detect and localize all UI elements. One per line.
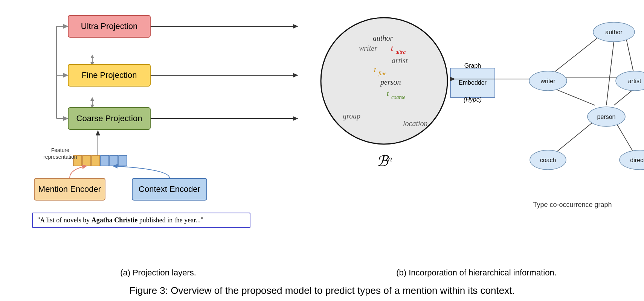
ultra-projection-label: Ultra Projection	[81, 21, 137, 31]
mention-encoder-box: Mention Encoder	[34, 178, 105, 201]
svg-line-35	[625, 34, 635, 77]
context-encoder-box: Context Encoder	[132, 178, 207, 201]
left-diagram-svg	[11, 8, 305, 241]
svg-rect-14	[82, 155, 91, 166]
graph-node-author: author	[593, 22, 635, 42]
svg-text:fine: fine	[378, 71, 386, 76]
mention-encoder-label: Mention Encoder	[38, 184, 101, 194]
graph-node-coach: coach	[530, 150, 566, 170]
svg-text:artist: artist	[628, 78, 641, 84]
graph-node-artist: artist	[616, 71, 644, 91]
main-container: Ultra Projection Fine Projection Coarse …	[0, 0, 644, 301]
svg-text:group: group	[343, 112, 360, 120]
bn-label: ℬn	[376, 152, 392, 170]
svg-line-40	[554, 120, 595, 154]
svg-line-38	[554, 88, 595, 105]
input-text: "A list of novels by Agatha Christie pub…	[32, 213, 250, 228]
caption-right: (b) Incorporation of hierarchical inform…	[305, 268, 633, 278]
svg-text:t: t	[374, 65, 376, 74]
left-panel: Ultra Projection Fine Projection Coarse …	[11, 8, 305, 265]
fine-projection-box: Fine Projection	[68, 64, 151, 87]
svg-text:author: author	[373, 34, 393, 42]
graph-node-person: person	[588, 107, 625, 126]
coarse-projection-label: Coarse Projection	[76, 114, 142, 123]
figure-caption: Figure 3: Overview of the proposed model…	[0, 278, 644, 301]
svg-line-36	[606, 41, 614, 105]
svg-line-41	[616, 122, 635, 154]
svg-text:t: t	[391, 44, 393, 52]
feature-label: Feature representation	[43, 147, 77, 160]
svg-marker-9	[90, 97, 94, 101]
context-encoder-label: Context Encoder	[139, 184, 200, 194]
captions-row: (a) Projection layers. (b) Incorporation…	[0, 268, 644, 278]
caption-left: (a) Projection layers.	[11, 268, 305, 278]
svg-text:artist: artist	[392, 56, 408, 65]
graph-label: Type co-occurrence graph	[478, 201, 644, 209]
fine-projection-label: Fine Projection	[82, 70, 137, 80]
hyperbolic-svg: author writer t ultra artist t fine pers…	[318, 15, 450, 150]
svg-line-39	[614, 88, 635, 105]
right-panel: author writer artist person	[478, 8, 644, 265]
type-graph-svg: author writer artist person	[478, 8, 644, 196]
svg-rect-15	[92, 155, 100, 166]
svg-text:director: director	[630, 157, 644, 163]
svg-text:t: t	[387, 89, 389, 97]
hyperbolic-space: author writer t ultra artist t fine pers…	[318, 15, 450, 150]
svg-rect-18	[119, 155, 127, 166]
svg-text:coach: coach	[540, 157, 556, 163]
svg-text:person: person	[597, 114, 616, 120]
graph-node-writer: writer	[529, 71, 567, 91]
svg-rect-17	[110, 155, 118, 166]
svg-line-34	[548, 34, 603, 77]
svg-text:writer: writer	[540, 78, 555, 84]
center-panel: author writer t ultra artist t fine pers…	[305, 8, 463, 265]
svg-rect-16	[101, 155, 109, 166]
svg-text:ultra: ultra	[395, 49, 406, 55]
coarse-projection-box: Coarse Projection	[68, 107, 151, 130]
ultra-projection-box: Ultra Projection	[68, 15, 151, 38]
graph-node-director: director	[620, 150, 644, 170]
svg-text:writer: writer	[359, 44, 377, 52]
diagram-area: Ultra Projection Fine Projection Coarse …	[0, 0, 644, 265]
svg-text:person: person	[380, 78, 401, 87]
svg-text:location: location	[403, 119, 428, 128]
svg-marker-6	[90, 55, 94, 58]
svg-text:author: author	[605, 29, 623, 35]
svg-text:coarse: coarse	[391, 94, 405, 100]
